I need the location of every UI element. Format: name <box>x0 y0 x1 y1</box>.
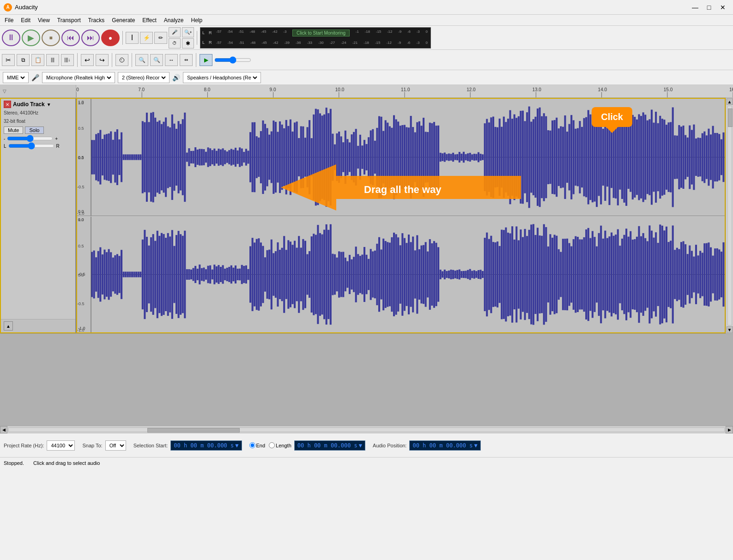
record-button[interactable]: ● <box>101 30 120 46</box>
snap-to-select[interactable]: Off <box>105 440 126 451</box>
close-button[interactable]: ✕ <box>716 2 729 12</box>
audio-position-field: Audio Position: 00 h 00 m 00.000 s ▼ <box>373 440 481 451</box>
speaker-select[interactable]: Speakers / Headphones (Re <box>183 72 261 83</box>
zoom-out-btn[interactable]: 🔍 <box>150 54 163 66</box>
toolbar-separator-2 <box>197 31 197 45</box>
time-tool[interactable]: ⏱ <box>169 38 181 48</box>
click-to-start-btn[interactable]: Click to Start Monitoring <box>292 30 350 36</box>
vu-R-label: R <box>209 30 213 35</box>
api-dropdown[interactable]: MME <box>5 74 26 81</box>
play-button[interactable]: ▶ <box>22 30 40 46</box>
menu-view[interactable]: View <box>35 16 53 24</box>
status-bar: Stopped. Click and drag to select audio <box>0 457 733 468</box>
ibeam-tool[interactable]: I <box>126 32 139 44</box>
end-time-dropdown[interactable]: ▼ <box>359 442 362 449</box>
silence-tool[interactable]: |||↓ <box>61 54 74 66</box>
scroll-down-button[interactable]: ▼ <box>727 326 733 333</box>
scroll-left-button[interactable]: ◀ <box>0 426 7 434</box>
track-collapse-button[interactable]: ▲ <box>4 321 13 331</box>
minimize-button[interactable]: — <box>689 2 702 12</box>
project-rate-label: Project Rate (Hz): <box>4 443 44 448</box>
menu-generate[interactable]: Generate <box>109 16 138 24</box>
vertical-scrollbar[interactable]: ▲ ▼ <box>726 98 733 333</box>
draw-tool[interactable]: ✏ <box>154 32 167 44</box>
vu-scale-top: -57-54-51-48-45-42-3 Click to Start Moni… <box>215 30 429 36</box>
menu-effect[interactable]: Effect <box>139 16 159 24</box>
end-length-radio-group: End Length <box>249 442 291 448</box>
project-rate-select[interactable]: 44100 <box>47 440 75 451</box>
zoom-in-btn[interactable]: 🔍 <box>135 54 148 66</box>
end-radio-label[interactable]: End <box>249 442 266 448</box>
fit-track-btn[interactable]: ⇔ <box>180 54 193 66</box>
waveform-canvas <box>77 99 725 332</box>
maximize-button[interactable]: □ <box>703 2 715 12</box>
title-bar-left: A Audacity <box>4 3 38 12</box>
scroll-up-button[interactable]: ▲ <box>727 98 733 105</box>
api-select[interactable]: MME <box>3 72 29 83</box>
pan-slider[interactable] <box>8 143 55 149</box>
undo-tool[interactable]: ↩ <box>81 54 94 66</box>
selection-start-label: Selection Start: <box>133 443 168 448</box>
mic-icon: 🎤 <box>31 74 39 81</box>
selection-start-time[interactable]: 00 h 00 m 00.000 s ▼ <box>170 440 242 451</box>
audio-pos-dropdown[interactable]: ▼ <box>474 442 477 449</box>
play-at-speed-btn[interactable]: ▶ <box>200 54 212 66</box>
zoom-in-tool[interactable]: 🔍+ <box>182 27 194 37</box>
menu-tracks[interactable]: Tracks <box>85 16 108 24</box>
window-title: Audacity <box>15 4 38 11</box>
horizontal-scrollbar[interactable]: ◀ ▶ <box>0 426 733 433</box>
play-speed-slider[interactable] <box>214 56 251 64</box>
zoom-tool[interactable]: ⚡ <box>140 32 153 44</box>
mic-dropdown[interactable]: Microphone (Realtek High <box>44 74 113 81</box>
redo-tool[interactable]: ↪ <box>96 54 109 66</box>
trim-tool[interactable]: ||| <box>46 54 59 66</box>
ruler-area <box>76 85 733 97</box>
waveform-canvas-area[interactable]: 1.0 0.5 0.0 0.0 -0.5 -1.0 Click Drag a <box>77 99 725 332</box>
timer-tool[interactable]: ⏲ <box>115 54 128 66</box>
menu-file[interactable]: File <box>2 16 16 24</box>
main-area: ✕ Audio Track ▼ Stereo, 44100Hz 32-bit f… <box>0 98 733 333</box>
fit-proj-btn[interactable]: ↔ <box>165 54 178 66</box>
speaker-dropdown[interactable]: Speakers / Headphones (Re <box>185 74 259 81</box>
length-radio-label[interactable]: Length <box>269 442 291 448</box>
end-time-value: 00 h 00 m 00.000 s <box>297 442 357 449</box>
menu-edit[interactable]: Edit <box>18 16 33 24</box>
end-radio[interactable] <box>249 442 255 448</box>
h-scroll-thumb[interactable] <box>147 428 240 433</box>
envelope-tool[interactable]: 🎤 <box>169 27 181 37</box>
back-button[interactable]: ⏮ <box>61 30 80 46</box>
mute-button[interactable]: Mute <box>4 126 23 134</box>
vu-meter[interactable]: L R -57-54-51-48-45-42-3 Click to Start … <box>200 27 431 48</box>
end-time-display[interactable]: 00 h 00 m 00.000 s ▼ <box>294 440 365 451</box>
toolbar-separator-4 <box>112 53 112 67</box>
menu-transport[interactable]: Transport <box>55 16 84 24</box>
vu-R2-label: R <box>209 40 213 45</box>
solo-button[interactable]: Solo <box>25 126 43 134</box>
length-radio[interactable] <box>269 442 275 448</box>
gain-slider[interactable] <box>7 136 53 141</box>
bottom-bar: Project Rate (Hz): 44100 Snap To: Off Se… <box>0 433 733 457</box>
scroll-thumb[interactable] <box>728 108 733 127</box>
forward-button[interactable]: ⏭ <box>81 30 100 46</box>
paste-tool[interactable]: 📋 <box>31 54 44 66</box>
pause-button[interactable]: ⏸ <box>2 30 20 46</box>
copy-tool[interactable]: ⧉ <box>17 54 30 66</box>
track-close-button[interactable]: ✕ <box>4 101 11 108</box>
menu-help[interactable]: Help <box>188 16 206 24</box>
audio-position-time[interactable]: 00 h 00 m 00.000 s ▼ <box>409 440 480 451</box>
track-dropdown-btn[interactable]: ▼ <box>47 102 51 107</box>
channels-dropdown[interactable]: 2 (Stereo) Recor <box>120 74 167 81</box>
title-bar: A Audacity — □ ✕ <box>0 0 733 15</box>
stop-button[interactable]: ■ <box>42 30 60 46</box>
snap-to-field: Snap To: Off <box>82 440 126 451</box>
selection-start-dropdown[interactable]: ▼ <box>235 442 238 449</box>
scroll-right-button[interactable]: ▶ <box>726 426 733 434</box>
track-info-line2: 32-bit float <box>4 118 73 125</box>
menu-analyze[interactable]: Analyze <box>161 16 187 24</box>
channels-select[interactable]: 2 (Stereo) Recor <box>118 72 170 83</box>
ruler-canvas <box>76 85 733 97</box>
pan-row: L R <box>4 143 73 149</box>
cut-tool[interactable]: ✂ <box>2 54 15 66</box>
mic-select[interactable]: Microphone (Realtek High <box>42 72 115 83</box>
multi-tool[interactable]: ✱ <box>182 38 194 48</box>
